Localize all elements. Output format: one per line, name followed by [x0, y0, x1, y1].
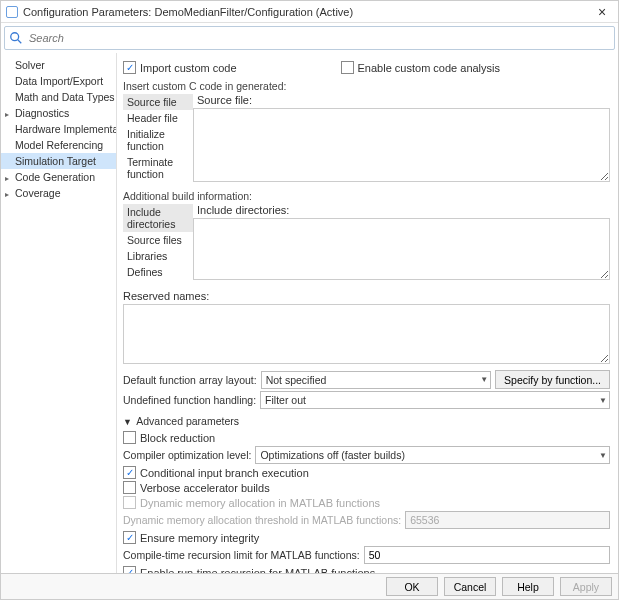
enable-runtime-recursion-checkbox[interactable] [123, 566, 136, 573]
insert-c-code-heading: Insert custom C code in generated: [123, 80, 610, 92]
reserved-names-label: Reserved names: [123, 290, 209, 302]
chevron-right-icon[interactable]: ▸ [5, 188, 9, 202]
reserved-names-textarea[interactable] [123, 304, 610, 364]
svg-line-1 [18, 40, 22, 44]
nav-coverage[interactable]: ▸Coverage [1, 185, 116, 201]
default-fn-array-layout-label: Default function array layout: [123, 374, 257, 386]
nav-tree: Solver Data Import/Export Math and Data … [1, 53, 117, 573]
app-icon [5, 5, 19, 19]
nav-code-generation[interactable]: ▸Code Generation [1, 169, 116, 185]
build-tabs: Include directories Source files Librari… [123, 204, 193, 280]
enable-custom-code-analysis-label: Enable custom code analysis [358, 62, 500, 74]
content-pane: Import custom code Enable custom code an… [117, 53, 618, 573]
ensure-mem-integrity-checkbox[interactable] [123, 531, 136, 544]
apply-button[interactable]: Apply [560, 577, 612, 596]
chevron-down-icon: ▼ [599, 396, 607, 405]
window-title: Configuration Parameters: DemoMedianFilt… [23, 6, 590, 18]
chevron-down-icon: ▼ [123, 417, 132, 427]
chevron-right-icon[interactable]: ▸ [5, 172, 9, 186]
nav-math-data-types[interactable]: Math and Data Types [1, 89, 116, 105]
ensure-mem-integrity-label: Ensure memory integrity [140, 532, 259, 544]
dyn-mem-matlab-label: Dynamic memory allocation in MATLAB func… [140, 497, 380, 509]
nav-diagnostics[interactable]: ▸Diagnostics [1, 105, 116, 121]
search-icon [9, 31, 23, 45]
build-tab-defines[interactable]: Defines [123, 264, 193, 280]
dyn-mem-threshold-input [405, 511, 610, 529]
compile-time-recursion-label: Compile-time recursion limit for MATLAB … [123, 549, 360, 561]
advanced-parameters-toggle[interactable]: ▼ Advanced parameters [123, 415, 610, 427]
chevron-down-icon: ▼ [480, 375, 488, 384]
titlebar[interactable]: Configuration Parameters: DemoMedianFilt… [1, 1, 618, 23]
nav-simulation-target[interactable]: Simulation Target [1, 153, 116, 169]
undefined-fn-handling-label: Undefined function handling: [123, 394, 256, 406]
default-fn-array-layout-select[interactable]: Not specified▼ [261, 371, 491, 389]
build-include-directories-textarea[interactable] [193, 218, 610, 280]
compile-time-recursion-input[interactable] [364, 546, 610, 564]
import-custom-code-label: Import custom code [140, 62, 237, 74]
build-tab-include-directories[interactable]: Include directories [123, 204, 193, 232]
compiler-opt-select[interactable]: Optimizations off (faster builds)▼ [255, 446, 610, 464]
genc-tab-initialize-function[interactable]: Initialize function [123, 126, 193, 154]
genc-field-label: Source file: [197, 94, 610, 106]
search-container[interactable] [4, 26, 615, 50]
genc-tabs: Source file Header file Initialize funct… [123, 94, 193, 182]
svg-point-0 [11, 33, 19, 41]
build-tab-source-files[interactable]: Source files [123, 232, 193, 248]
search-input[interactable] [27, 31, 610, 45]
footer: OK Cancel Help Apply [1, 573, 618, 599]
help-button[interactable]: Help [502, 577, 554, 596]
nav-hardware-impl[interactable]: Hardware Implementation [1, 121, 116, 137]
genc-tab-header-file[interactable]: Header file [123, 110, 193, 126]
nav-solver[interactable]: Solver [1, 57, 116, 73]
chevron-down-icon: ▼ [599, 451, 607, 460]
block-reduction-label: Block reduction [140, 432, 215, 444]
block-reduction-checkbox[interactable] [123, 431, 136, 444]
nav-data-import-export[interactable]: Data Import/Export [1, 73, 116, 89]
cancel-button[interactable]: Cancel [444, 577, 496, 596]
verbose-accel-checkbox[interactable] [123, 481, 136, 494]
specify-by-function-button[interactable]: Specify by function... [495, 370, 610, 389]
close-icon[interactable]: × [590, 3, 614, 21]
dyn-mem-threshold-label: Dynamic memory allocation threshold in M… [123, 514, 401, 526]
compiler-opt-label: Compiler optimization level: [123, 449, 251, 461]
build-field-label: Include directories: [197, 204, 610, 216]
conditional-input-branch-checkbox[interactable] [123, 466, 136, 479]
genc-tab-source-file[interactable]: Source file [123, 94, 193, 110]
import-custom-code-checkbox[interactable] [123, 61, 136, 74]
conditional-input-branch-label: Conditional input branch execution [140, 467, 309, 479]
genc-source-file-textarea[interactable] [193, 108, 610, 182]
build-heading: Additional build information: [123, 190, 610, 202]
verbose-accel-label: Verbose accelerator builds [140, 482, 270, 494]
ok-button[interactable]: OK [386, 577, 438, 596]
genc-tab-terminate-function[interactable]: Terminate function [123, 154, 193, 182]
enable-custom-code-analysis-checkbox[interactable] [341, 61, 354, 74]
undefined-fn-handling-select[interactable]: Filter out▼ [260, 391, 610, 409]
build-tab-libraries[interactable]: Libraries [123, 248, 193, 264]
nav-model-referencing[interactable]: Model Referencing [1, 137, 116, 153]
chevron-right-icon[interactable]: ▸ [5, 108, 9, 122]
dyn-mem-matlab-checkbox [123, 496, 136, 509]
